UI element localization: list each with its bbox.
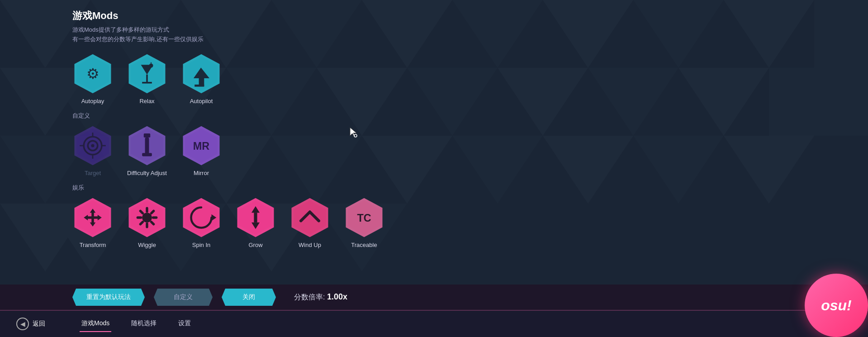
- mod-grow[interactable]: Grow: [235, 197, 276, 248]
- svg-rect-75: [146, 207, 148, 213]
- mod-target[interactable]: Target: [72, 125, 113, 176]
- mod-autopilot[interactable]: Autopilot: [181, 53, 222, 104]
- mod-difficulty-adjust[interactable]: Difficulty Adjust: [127, 125, 167, 176]
- mod-traceable[interactable]: TC Traceable: [344, 197, 384, 248]
- mod-autoplay-label: Autoplay: [81, 98, 104, 104]
- mod-transform-label: Transform: [80, 242, 106, 248]
- reset-button[interactable]: 重置为默认玩法: [72, 289, 145, 306]
- svg-rect-89: [254, 213, 257, 223]
- svg-rect-59: [145, 138, 149, 154]
- svg-rect-60: [142, 153, 152, 156]
- back-button[interactable]: ◀ 返回: [9, 314, 52, 334]
- svg-rect-46: [194, 85, 204, 87]
- close-button[interactable]: 关闭: [222, 289, 276, 306]
- custom-section-label: 自定义: [72, 112, 796, 120]
- svg-rect-71: [87, 216, 98, 218]
- mod-autopilot-label: Autopilot: [190, 98, 213, 104]
- fun-mods-row: Transform: [72, 197, 796, 248]
- tab-mods[interactable]: 游戏Mods: [80, 316, 111, 332]
- osu-text: osu!: [821, 297, 852, 314]
- svg-text:⚙: ⚙: [86, 65, 100, 81]
- score-action-bar: 重置为默认玩法 自定义 关闭 分数倍率: 1.00x: [0, 285, 868, 310]
- svg-point-51: [91, 144, 94, 147]
- mod-mirror[interactable]: MR Mirror: [181, 125, 222, 176]
- mod-grow-label: Grow: [248, 242, 262, 248]
- custom-mods-row: Target Difficulty Adjust: [72, 125, 796, 176]
- mod-wiggle[interactable]: Wiggle: [127, 197, 167, 248]
- svg-rect-79: [146, 222, 148, 228]
- svg-rect-81: [137, 216, 142, 218]
- automation-mods-row: ⚙ Autoplay: [72, 53, 796, 104]
- mod-wind-up[interactable]: Wind Up: [289, 197, 330, 248]
- page-subtitle: 游戏Mods提供了多种多样的游玩方式 有一些会对您的分数等产生影响,还有一些仅供…: [72, 25, 796, 44]
- mod-wind-up-label: Wind Up: [299, 242, 321, 248]
- svg-rect-41: [142, 82, 152, 84]
- fun-section-label: 娱乐: [72, 184, 796, 192]
- back-circle-icon: ◀: [16, 318, 29, 330]
- svg-point-74: [142, 213, 152, 223]
- page-title: 游戏Mods: [72, 9, 796, 23]
- cursor: [348, 126, 359, 137]
- svg-point-42: [149, 63, 153, 67]
- mod-relax[interactable]: Relax: [127, 53, 167, 104]
- mod-mirror-label: Mirror: [194, 170, 209, 176]
- mod-transform[interactable]: Transform: [72, 197, 113, 248]
- custom-button[interactable]: 自定义: [154, 289, 213, 306]
- svg-rect-58: [144, 133, 150, 138]
- mod-relax-label: Relax: [139, 98, 154, 104]
- mod-target-label: Target: [85, 170, 101, 176]
- svg-text:MR: MR: [193, 140, 209, 152]
- mod-traceable-label: Traceable: [351, 242, 377, 248]
- svg-rect-77: [152, 216, 158, 218]
- svg-text:TC: TC: [357, 212, 371, 224]
- mod-difficulty-adjust-label: Difficulty Adjust: [127, 170, 167, 176]
- svg-rect-40: [146, 74, 148, 81]
- score-multiplier: 分数倍率: 1.00x: [294, 292, 347, 302]
- nav-tabs: 游戏Mods 随机选择 设置: [80, 316, 193, 332]
- mod-spin-in-label: Spin In: [192, 242, 210, 248]
- main-content: 游戏Mods 游戏Mods提供了多种多样的游玩方式 有一些会对您的分数等产生影响…: [0, 0, 868, 310]
- bottom-nav-bar: ◀ 返回 游戏Mods 随机选择 设置: [0, 310, 868, 337]
- osu-logo[interactable]: osu!: [805, 274, 868, 337]
- back-label: 返回: [33, 320, 45, 328]
- mod-spin-in[interactable]: Spin In: [181, 197, 222, 248]
- mod-autoplay[interactable]: ⚙ Autoplay: [72, 53, 113, 104]
- tab-random[interactable]: 随机选择: [129, 316, 158, 332]
- tab-settings[interactable]: 设置: [176, 316, 193, 332]
- mod-wiggle-label: Wiggle: [138, 242, 156, 248]
